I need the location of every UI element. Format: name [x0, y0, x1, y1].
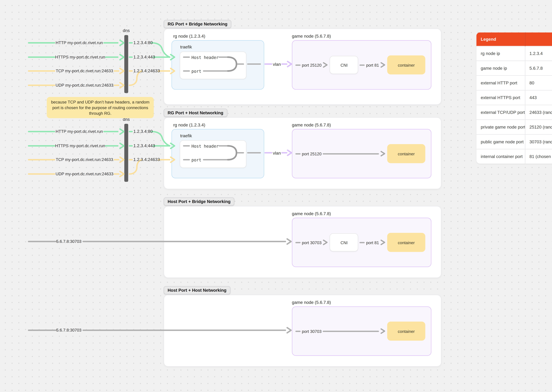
cni-box: CNI [330, 233, 358, 252]
table-row: internal container port81 (chosen by use… [476, 149, 552, 163]
flow-label-udp-1: UDP my-port.dc.rivet.run:24633 [55, 82, 114, 88]
game-node-label-4: game node (5.6.7.8) [292, 300, 331, 305]
game-node-flow-3: port 30703 CNI port 81 container [295, 233, 425, 252]
legend-table: Legend Range rg node ip1.2.3.4 game node… [476, 32, 552, 164]
legend-cell-value: 5.6.7.8 [525, 61, 552, 76]
vlan-label-2: vlan [273, 150, 281, 156]
flow-label-udp-2: UDP my-port.dc.rivet.run:24633 [55, 171, 114, 177]
rg-node-label-2: rg node (1.2.3.4) [173, 122, 205, 128]
table-row: rg node ip1.2.3.4 [476, 46, 552, 61]
container-box: container [387, 55, 425, 75]
traefik-label-2: traefik [180, 133, 192, 139]
diagram-canvas: RG Port + Bridge Networking RG Port + Ho… [0, 0, 552, 392]
line-dash [295, 330, 300, 332]
legend-cell-value: 30703 (randomly chosen per configured ho… [525, 134, 552, 149]
resolved-ip-http-2: 1.2.3.4:80 [133, 128, 153, 134]
port-25120-label: port 25120 [302, 63, 321, 67]
table-row: external HTTPS port443 [476, 90, 552, 105]
resolved-ip-http-1: 1.2.3.4:80 [133, 40, 153, 45]
dns-bar [124, 35, 128, 93]
game-node-flow-1: port 25120 CNI port 81 container [295, 55, 425, 75]
port-30703-label: port 30703 [302, 240, 321, 245]
arrow-right-icon [380, 62, 386, 68]
game-node-label-1: game node (5.6.7.8) [292, 33, 331, 39]
dns-label-1: dns [121, 28, 131, 33]
resolved-ip-tcp-2: 1.2.3.4:24633 [133, 157, 160, 162]
arrow-right-icon [380, 151, 386, 157]
table-row: game node ip5.6.7.8 [476, 61, 552, 76]
legend-cell-value: 443 [525, 90, 552, 105]
legend-header-name: Legend [476, 32, 525, 46]
connector-line [323, 153, 379, 154]
port-30703-label: port 30703 [302, 329, 321, 334]
legend-cell-name: external TCP/UDP port [476, 105, 525, 119]
host-header-label-2: Host header [191, 143, 219, 149]
dns-bar [124, 124, 128, 182]
port-25120-label: port 25120 [302, 151, 321, 156]
legend-cell-value: 1.2.3.4 [525, 46, 552, 61]
host-source-label-4: 5.6.7.8:30703 [55, 327, 83, 333]
port-label-1: port [191, 68, 201, 74]
rg-node-label-1: rg node (1.2.3.4) [173, 33, 205, 39]
legend-cell-name: external HTTP port [476, 76, 525, 90]
flow-label-tcp-1: TCP my-port.dc.rivet.run:24633 [55, 68, 114, 74]
game-node-flow-2: port 25120 container [295, 144, 425, 163]
screenshot-viewport: RG Port + Bridge Networking RG Port + Ho… [0, 0, 552, 392]
host-port-arrows [28, 239, 291, 333]
table-row: private game node port25120 (randomly ch… [476, 120, 552, 134]
arrow-right-icon [323, 62, 328, 68]
line-dash [295, 153, 300, 154]
game-node-label-3: game node (5.6.7.8) [292, 211, 331, 217]
host-header-label-1: Host header [191, 55, 219, 60]
legend-cell-name: external HTTPS port [476, 90, 525, 105]
merge-brace [228, 57, 236, 71]
port-81-label: port 81 [366, 63, 379, 67]
port-81-label: port 81 [366, 240, 379, 245]
host-source-label-3: 5.6.7.8:30703 [55, 238, 83, 244]
legend-cell-name: rg node ip [476, 46, 525, 61]
arrow-right-icon [323, 239, 328, 245]
game-node-flow-4: port 30703 container [295, 322, 425, 341]
line-dash [360, 242, 365, 243]
legend-cell-value: 25120 (randomly chosen per configured GG… [525, 120, 552, 134]
traefik-label-1: traefik [180, 44, 192, 50]
legend-cell-value: 24633 (randomly chosen per configured po… [525, 105, 552, 119]
connector-line [323, 330, 379, 332]
arrow-right-icon [380, 328, 386, 334]
container-box: container [387, 144, 425, 163]
line-dash [295, 242, 300, 243]
legend-cell-name: public game node port [476, 134, 525, 149]
resolved-ip-tcp-1: 1.2.3.4:24633 [133, 68, 160, 74]
table-row: external TCP/UDP port24633 (randomly cho… [476, 105, 552, 119]
game-node-label-2: game node (5.6.7.8) [292, 122, 331, 128]
legend-cell-name: internal container port [476, 149, 525, 163]
port-label-2: port [191, 157, 201, 163]
table-row: external HTTP port80 [476, 76, 552, 90]
cni-box: CNI [330, 56, 358, 74]
resolved-ip-https-2: 1.2.3.4:443 [133, 143, 155, 148]
arrow-right-icon [380, 239, 386, 245]
legend-cell-value: 80 [525, 76, 552, 90]
legend-cell-value: 81 (chosen by user) [525, 149, 552, 163]
flow-label-http-1: HTTP my-port.dc.rivet.run [55, 40, 103, 45]
line-dash [295, 64, 300, 66]
tcp-udp-note: because TCP and UDP don’t have headers, … [47, 97, 154, 118]
flow-label-https-1: HTTPS my-port.dc.rivet.run [55, 54, 105, 60]
legend-header-value [525, 32, 552, 46]
table-row: public game node port30703 (randomly cho… [476, 134, 552, 149]
flow-label-https-2: HTTPS my-port.dc.rivet.run [55, 143, 105, 148]
line-dash [360, 64, 365, 66]
legend-cell-name: private game node port [476, 120, 525, 134]
legend-header-row: Legend Range [476, 32, 552, 46]
container-box: container [387, 233, 425, 252]
vlan-label-1: vlan [273, 62, 281, 67]
legend-cell-name: game node ip [476, 61, 525, 76]
resolved-ip-https-1: 1.2.3.4:443 [133, 54, 155, 60]
merge-brace [228, 146, 236, 160]
flow-label-http-2: HTTP my-port.dc.rivet.run [55, 128, 103, 134]
container-box: container [387, 322, 425, 341]
flow-label-tcp-2: TCP my-port.dc.rivet.run:24633 [55, 157, 114, 162]
